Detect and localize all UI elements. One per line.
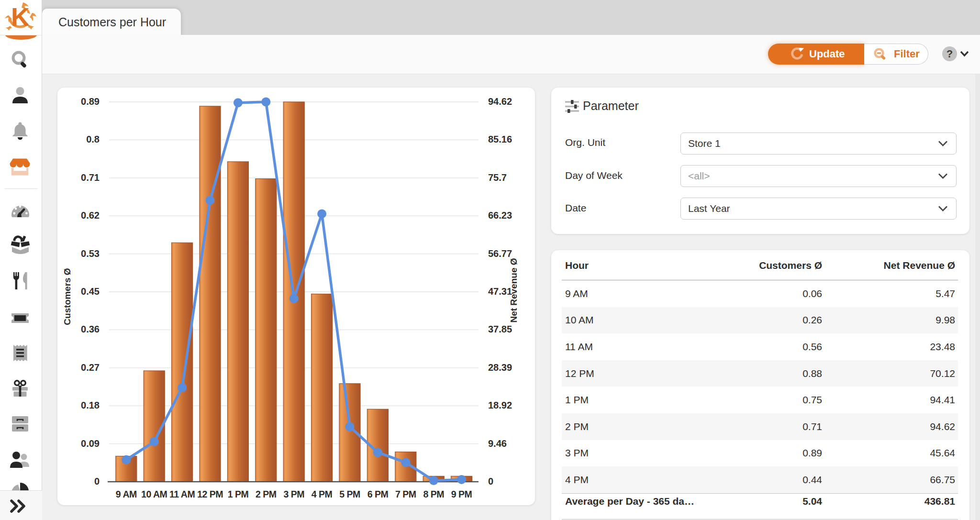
svg-text:37.85: 37.85 bbox=[488, 324, 512, 334]
svg-text:3 PM: 3 PM bbox=[283, 489, 304, 499]
svg-text:5 PM: 5 PM bbox=[339, 489, 360, 499]
svg-text:10 AM: 10 AM bbox=[141, 489, 167, 499]
svg-text:7 PM: 7 PM bbox=[395, 489, 416, 499]
svg-text:8 PM: 8 PM bbox=[423, 489, 444, 499]
svg-text:0.27: 0.27 bbox=[81, 362, 100, 373]
svg-text:66.23: 66.23 bbox=[488, 210, 512, 221]
svg-text:75.7: 75.7 bbox=[488, 172, 507, 183]
svg-text:56.77: 56.77 bbox=[488, 248, 512, 259]
svg-text:0.89: 0.89 bbox=[81, 96, 100, 107]
svg-text:K: K bbox=[11, 2, 30, 31]
svg-text:2 PM: 2 PM bbox=[256, 489, 277, 499]
svg-text:Customers Ø: Customers Ø bbox=[62, 268, 72, 325]
svg-text:0.18: 0.18 bbox=[81, 400, 100, 410]
svg-text:6 PM: 6 PM bbox=[368, 489, 389, 499]
svg-text:94.62: 94.62 bbox=[488, 96, 512, 107]
svg-text:1 PM: 1 PM bbox=[228, 489, 249, 499]
svg-text:0.36: 0.36 bbox=[81, 324, 100, 334]
svg-text:0.62: 0.62 bbox=[81, 210, 100, 221]
svg-text:0: 0 bbox=[488, 476, 493, 487]
svg-text:Net Revenue Ø: Net Revenue Ø bbox=[509, 258, 519, 322]
svg-text:0.8: 0.8 bbox=[86, 134, 100, 144]
svg-text:9 AM: 9 AM bbox=[116, 489, 137, 499]
svg-text:11 AM: 11 AM bbox=[169, 489, 195, 499]
svg-text:85.16: 85.16 bbox=[488, 134, 512, 144]
svg-text:0: 0 bbox=[94, 476, 100, 487]
svg-text:28.39: 28.39 bbox=[488, 362, 512, 373]
svg-text:0.45: 0.45 bbox=[81, 286, 100, 297]
svg-text:4 PM: 4 PM bbox=[312, 489, 333, 499]
svg-text:0.71: 0.71 bbox=[81, 172, 100, 183]
svg-text:9 PM: 9 PM bbox=[451, 489, 472, 499]
svg-text:0.53: 0.53 bbox=[81, 248, 100, 259]
svg-text:12 PM: 12 PM bbox=[197, 489, 223, 499]
svg-text:0.09: 0.09 bbox=[81, 438, 100, 449]
svg-text:18.92: 18.92 bbox=[488, 400, 512, 410]
svg-text:9.46: 9.46 bbox=[488, 438, 507, 449]
